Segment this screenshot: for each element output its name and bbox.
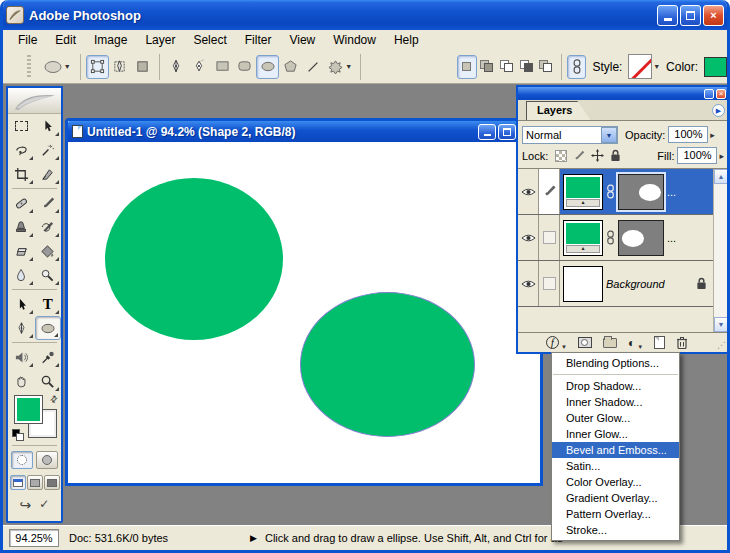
delete-layer-button[interactable]	[676, 336, 688, 350]
fill-layer-thumbnail[interactable]: ▴	[563, 174, 603, 210]
fill-slider-arrow[interactable]: ▸	[719, 151, 724, 161]
layer-row-shape-1[interactable]: ▴ ...	[518, 215, 713, 261]
swap-colors-icon[interactable]: ⇄	[48, 393, 60, 405]
lock-position-icon[interactable]	[591, 149, 604, 162]
quick-mask-mode-button[interactable]	[36, 451, 58, 469]
options-bar-grip[interactable]	[27, 55, 31, 79]
minimize-button[interactable]	[657, 5, 678, 26]
new-layer-button[interactable]	[654, 336, 665, 349]
visibility-toggle[interactable]	[518, 169, 539, 214]
menu-layer[interactable]: Layer	[136, 31, 184, 49]
menu-filter[interactable]: Filter	[236, 31, 281, 49]
menu-help[interactable]: Help	[385, 31, 428, 49]
menu-file[interactable]: File	[9, 31, 46, 49]
document-title-bar[interactable]: Untitled-1 @ 94.2% (Shape 2, RGB/8) ×	[68, 121, 540, 142]
app-title-bar[interactable]: Adobe Photoshop ×	[0, 0, 730, 30]
default-colors-icon[interactable]	[12, 429, 25, 441]
polygon-tool-option[interactable]	[279, 55, 302, 79]
link-mask-icon[interactable]	[606, 230, 615, 245]
menu-item-outer-glow[interactable]: Outer Glow...	[552, 410, 679, 426]
notes-tool[interactable]	[8, 345, 35, 369]
palette-minimize-button[interactable]	[704, 89, 714, 99]
brush-tool[interactable]	[35, 191, 62, 215]
fill-layer-thumbnail[interactable]: ▴	[563, 220, 603, 256]
rectangular-marquee-tool[interactable]	[8, 114, 35, 138]
palette-close-button[interactable]: ×	[716, 89, 726, 99]
menu-item-pattern-overlay[interactable]: Pattern Overlay...	[552, 506, 679, 522]
visibility-toggle[interactable]	[518, 215, 539, 260]
blend-mode-dropdown-arrow[interactable]: ▼	[601, 127, 617, 143]
type-tool[interactable]: T	[35, 292, 62, 316]
menu-item-satin[interactable]: Satin...	[552, 458, 679, 474]
shape-layers-button[interactable]	[86, 55, 109, 79]
pen-tool-option[interactable]	[165, 55, 188, 79]
pen-tool[interactable]	[8, 316, 35, 340]
visibility-toggle[interactable]	[518, 261, 539, 306]
dodge-tool[interactable]	[35, 263, 62, 287]
magic-wand-tool[interactable]	[35, 138, 62, 162]
lock-transparency-icon[interactable]	[555, 150, 567, 162]
intersect-shape-areas-button[interactable]	[517, 55, 537, 79]
doc-minimize-button[interactable]	[478, 124, 496, 140]
doc-maximize-button[interactable]	[498, 124, 516, 140]
add-layer-style-button[interactable]: f	[546, 336, 559, 349]
imageready-check-icon[interactable]: ✓	[39, 497, 49, 513]
ellipse-tool-option[interactable]	[256, 55, 279, 79]
lock-image-icon[interactable]	[573, 150, 585, 162]
doc-size-info[interactable]: Doc: 531.6K/0 bytes	[69, 532, 168, 544]
menu-view[interactable]: View	[280, 31, 324, 49]
move-tool[interactable]	[35, 114, 62, 138]
clone-stamp-tool[interactable]	[8, 215, 35, 239]
tab-layers[interactable]: Layers	[526, 101, 590, 120]
new-group-button[interactable]	[603, 338, 617, 348]
rounded-rectangle-tool-option[interactable]	[233, 55, 256, 79]
new-adjustment-layer-button[interactable]: ◐	[628, 337, 635, 349]
zoom-level-input[interactable]: 94.25%	[9, 529, 59, 547]
subtract-from-shape-area-button[interactable]	[497, 55, 517, 79]
add-to-shape-area-button[interactable]	[477, 55, 497, 79]
ellipse-tool[interactable]	[35, 316, 62, 340]
path-selection-tool[interactable]	[8, 292, 35, 316]
palette-menu-button[interactable]: ▶	[712, 104, 725, 117]
history-brush-tool[interactable]	[35, 215, 62, 239]
crop-tool[interactable]	[8, 162, 35, 186]
hand-tool[interactable]	[8, 369, 35, 393]
lock-all-icon[interactable]	[610, 149, 621, 162]
menu-item-inner-glow[interactable]: Inner Glow...	[552, 426, 679, 442]
menu-item-drop-shadow[interactable]: Drop Shadow...	[552, 378, 679, 394]
status-popup-arrow[interactable]: ▶	[250, 533, 257, 543]
add-layer-mask-button[interactable]	[578, 337, 592, 348]
close-button[interactable]: ×	[703, 5, 724, 26]
style-dropdown-arrow[interactable]: ▼	[653, 63, 660, 70]
menu-edit[interactable]: Edit	[46, 31, 85, 49]
shape-2-ellipse[interactable]	[300, 292, 475, 437]
zoom-tool[interactable]	[35, 369, 62, 393]
jump-to-imageready-button[interactable]: ↪	[20, 497, 32, 513]
menu-item-color-overlay[interactable]: Color Overlay...	[552, 474, 679, 490]
background-layer-thumbnail[interactable]	[563, 266, 603, 302]
blend-mode-select[interactable]: Normal ▼	[522, 126, 618, 144]
fill-input[interactable]: 100%	[677, 147, 717, 164]
menu-item-inner-shadow[interactable]: Inner Shadow...	[552, 394, 679, 410]
paint-bucket-tool[interactable]	[35, 239, 62, 263]
menu-item-stroke[interactable]: Stroke...	[552, 522, 679, 538]
layer-name[interactable]: ...	[667, 232, 676, 244]
create-new-shape-layer-button[interactable]	[457, 55, 477, 79]
rectangle-tool-option[interactable]	[211, 55, 234, 79]
shape-1-ellipse[interactable]	[105, 178, 283, 340]
opacity-input[interactable]: 100%	[668, 126, 708, 143]
blur-tool[interactable]	[8, 263, 35, 287]
paths-button[interactable]	[109, 55, 132, 79]
custom-shape-tool-option[interactable]: ▼	[325, 55, 355, 79]
layer-row-shape-2[interactable]: ▴ ...	[518, 169, 713, 215]
link-mask-icon[interactable]	[606, 184, 615, 199]
freeform-pen-tool-option[interactable]	[188, 55, 211, 79]
layer-name[interactable]: Background	[606, 278, 665, 290]
toolbox-header[interactable]	[8, 88, 61, 114]
maximize-button[interactable]	[680, 5, 701, 26]
lasso-tool[interactable]	[8, 138, 35, 162]
foreground-color-swatch[interactable]	[15, 396, 42, 423]
line-tool-option[interactable]	[302, 55, 325, 79]
menu-item-bevel-and-emboss[interactable]: Bevel and Emboss...	[552, 442, 679, 458]
fullscreen-mode-button[interactable]	[44, 475, 60, 490]
